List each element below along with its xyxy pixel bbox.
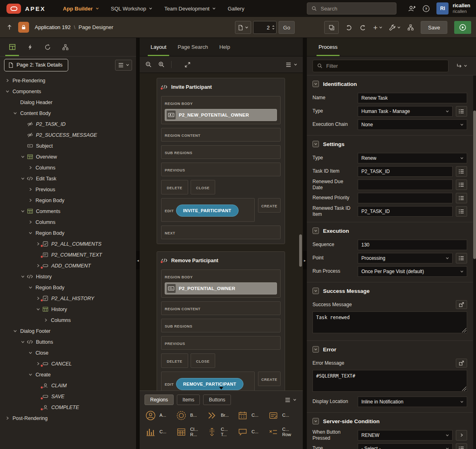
layout-box-previous[interactable]: PREVIOUS xyxy=(161,163,281,176)
section-header[interactable]: Settings xyxy=(307,136,473,151)
edit-position[interactable]: EDITINVITE_PARTICIPANT xyxy=(161,198,255,222)
gallery-tab-regions[interactable]: Regions xyxy=(145,395,174,405)
field-textarea[interactable]: Task renewed xyxy=(312,311,467,333)
layout-box-region_body[interactable]: REGION BODYP2_POTENTIAL_OWNER xyxy=(161,269,281,298)
page-number-spinner[interactable] xyxy=(272,21,275,33)
create-menu-button[interactable]: + xyxy=(373,24,382,31)
tree-item[interactable]: Region Body xyxy=(0,282,136,293)
nav-app-builder[interactable]: App Builder xyxy=(57,0,105,17)
tree-item[interactable]: History xyxy=(0,271,136,282)
tree-item[interactable]: Components xyxy=(0,86,136,97)
gallery-tab-items[interactable]: Items xyxy=(177,395,200,405)
field-input[interactable]: P2_TASK_ID xyxy=(358,166,453,177)
chevron-down-icon[interactable] xyxy=(19,209,26,213)
nav-gallery[interactable]: Gallery xyxy=(222,0,250,17)
go-button[interactable]: Go xyxy=(279,21,295,34)
tree-item[interactable]: Dialog Header xyxy=(0,97,136,108)
session-icon[interactable] xyxy=(408,5,416,12)
undo-icon[interactable] xyxy=(346,25,352,31)
tree-item[interactable]: CLAIM xyxy=(0,380,136,391)
field-select[interactable]: Inline in Notification xyxy=(358,397,467,407)
gallery-menu-button[interactable] xyxy=(285,397,298,403)
page-number-input[interactable]: 2 xyxy=(253,21,277,34)
section-header[interactable]: Success Message xyxy=(307,283,473,298)
tab-page-search[interactable]: Page Search xyxy=(172,38,213,56)
section-header[interactable]: Error xyxy=(307,342,473,356)
tree-item[interactable]: Columns xyxy=(0,162,136,173)
expand-editor-button[interactable] xyxy=(456,300,467,309)
tree-item[interactable]: Content Body xyxy=(0,108,136,119)
copy-page-button[interactable] xyxy=(324,21,339,34)
selected-item[interactable]: P2_NEW_POTENTIAL_OWNER xyxy=(165,109,277,121)
tab-page-shared-components[interactable] xyxy=(57,38,74,56)
gallery-item[interactable]: C... xyxy=(237,409,267,422)
region-header[interactable]: Remove Participant xyxy=(161,255,281,266)
tree-item[interactable]: CANCEL xyxy=(0,358,136,369)
chevron-down-icon[interactable] xyxy=(35,307,41,311)
delete-position[interactable]: DELETE xyxy=(161,180,188,194)
tree-item[interactable]: Columns xyxy=(0,217,136,228)
collapse-right-icon[interactable]: ▶ xyxy=(303,251,307,269)
gallery-item[interactable]: C...Row xyxy=(267,426,298,438)
section-header[interactable]: Execution xyxy=(307,223,473,238)
layout-box-sub_regions[interactable]: SUB REGIONS xyxy=(161,319,281,332)
tree-item[interactable]: Overview xyxy=(0,151,136,162)
section-header[interactable]: Identification xyxy=(307,76,473,91)
close-position[interactable]: CLOSE xyxy=(191,180,216,194)
tree-item[interactable]: Region Body xyxy=(0,228,136,238)
tree-item[interactable]: Buttons xyxy=(0,336,136,347)
run-page-button[interactable] xyxy=(454,21,471,34)
gallery-item[interactable]: C... xyxy=(145,426,175,438)
tree-item[interactable]: Columns xyxy=(0,315,136,326)
delete-position[interactable]: DELETE xyxy=(161,353,188,368)
field-input[interactable]: P2_TASK_ID xyxy=(358,206,453,217)
chevron-down-icon[interactable] xyxy=(12,111,18,115)
collapse-left-icon[interactable]: ◀ xyxy=(136,251,140,269)
list-of-values-button[interactable] xyxy=(456,180,467,190)
tree-item[interactable]: Close xyxy=(0,347,136,358)
right-splitter[interactable]: ▶ xyxy=(303,38,307,449)
field-select[interactable]: RENEW xyxy=(358,430,453,441)
tree-menu-button[interactable] xyxy=(115,60,132,71)
tree-item[interactable]: ADD_COMMENT xyxy=(0,260,136,271)
breadcrumb-application[interactable]: Application 192 xyxy=(35,24,71,30)
expand-icon[interactable] xyxy=(185,62,191,68)
chevron-down-icon[interactable] xyxy=(27,351,34,355)
chevron-right-icon[interactable] xyxy=(27,188,34,191)
tree-item[interactable]: Subject xyxy=(0,140,136,151)
scrollbar-thumb[interactable] xyxy=(473,111,476,259)
gallery-item[interactable]: B... xyxy=(175,409,206,422)
layout-box-region_content[interactable]: REGION CONTENT xyxy=(161,301,281,315)
chevron-down-icon[interactable] xyxy=(19,177,26,180)
chevron-right-icon[interactable] xyxy=(42,318,49,322)
filter-input[interactable]: Filter xyxy=(312,60,449,72)
zoom-out-icon[interactable] xyxy=(145,61,152,68)
list-of-values-button[interactable] xyxy=(456,443,467,449)
chevron-down-icon[interactable] xyxy=(19,155,26,159)
help-icon[interactable]: ? xyxy=(422,5,430,13)
field-select[interactable]: None xyxy=(358,119,467,130)
list-of-values-button[interactable] xyxy=(456,193,467,203)
layout-box-region_content[interactable]: REGION CONTENT xyxy=(161,128,281,142)
chevron-down-icon[interactable] xyxy=(4,90,10,93)
chevron-right-icon[interactable] xyxy=(4,416,10,420)
tree-item[interactable]: P2_COMMENT_TEXT xyxy=(0,249,136,260)
utilities-menu-button[interactable] xyxy=(389,24,401,31)
field-textarea[interactable]: #SQLERRM_TEXT# xyxy=(312,370,467,392)
list-of-values-button[interactable] xyxy=(456,253,467,263)
region-header[interactable]: Invite Participant xyxy=(161,81,281,92)
field-input[interactable]: 130 xyxy=(358,240,467,250)
gallery-item[interactable]: Br... xyxy=(206,409,237,422)
page-selector-button[interactable] xyxy=(235,21,251,34)
chevron-right-icon[interactable] xyxy=(27,166,34,169)
field-select[interactable]: Renew xyxy=(358,153,467,163)
nav-sql-workshop[interactable]: SQL Workshop xyxy=(105,0,158,17)
tree-item[interactable]: Pre-Rendering xyxy=(0,75,136,86)
gallery-item[interactable]: C... xyxy=(237,426,267,438)
shared-components-icon[interactable] xyxy=(407,24,414,31)
redo-icon[interactable] xyxy=(359,25,366,31)
tab-help[interactable]: Help xyxy=(214,38,235,56)
layout-menu-button[interactable] xyxy=(285,62,297,67)
canvas-scrollbar[interactable] xyxy=(299,73,302,390)
list-of-values-button[interactable] xyxy=(456,166,467,177)
